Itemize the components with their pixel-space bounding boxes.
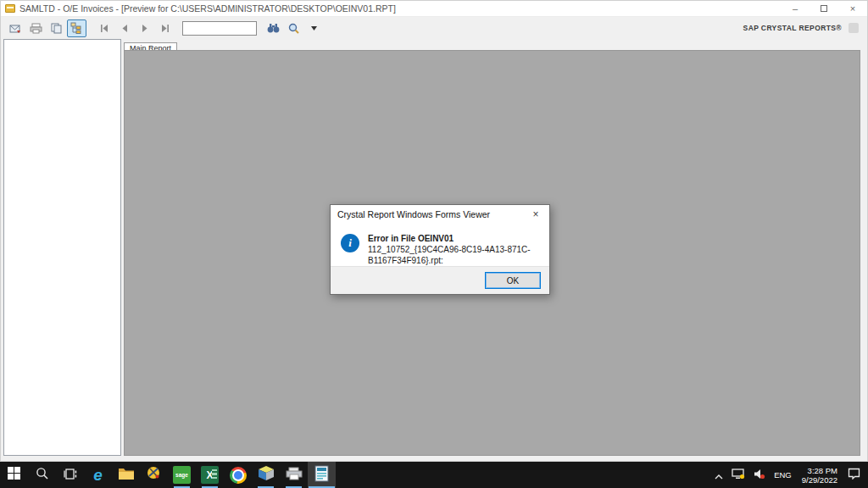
excel-button[interactable]: X [196, 462, 224, 488]
last-page-icon [161, 25, 170, 32]
crystal-viewer-button[interactable] [308, 462, 336, 488]
minimize-button[interactable]: – [781, 1, 810, 16]
excel-icon: X [201, 466, 219, 484]
sage-icon: sage [173, 466, 191, 484]
toggle-group-tree-button[interactable] [67, 19, 86, 37]
speaker-icon [754, 468, 765, 483]
group-tree-panel[interactable] [3, 39, 121, 456]
printer-app-button[interactable] [280, 462, 308, 488]
action-center-icon [848, 468, 860, 483]
crystal-viewer-icon [314, 465, 329, 485]
language-indicator[interactable]: ENG [770, 462, 796, 488]
page-number-field[interactable] [182, 21, 257, 36]
sap-crystal-reports-label: SAP CRYSTAL REPORTS® [743, 24, 842, 32]
sage-button[interactable]: sage [168, 462, 196, 488]
maximize-button[interactable] [810, 1, 838, 16]
clock[interactable]: 3:28 PM 9/29/2022 [796, 466, 843, 485]
sap-logo-icon [849, 23, 859, 33]
window-title: SAMLTD - O/E Invoices - [Preview for C:\… [19, 3, 396, 14]
snipping-tool-button[interactable] [140, 462, 168, 488]
taskbar-search-button[interactable] [28, 462, 56, 488]
file-explorer-button[interactable] [112, 462, 140, 488]
chrome-button[interactable] [224, 462, 252, 488]
windows-taskbar: e sage X [0, 462, 868, 488]
chevron-down-icon [311, 26, 317, 30]
error-dialog-title: Crystal Report Windows Forms Viewer [337, 209, 490, 219]
error-dialog-footer: OK [331, 266, 549, 294]
task-view-button[interactable] [56, 462, 84, 488]
maximize-icon [821, 5, 827, 12]
printer-icon [30, 23, 42, 34]
title-bar: SAMLTD - O/E Invoices - [Preview for C:\… [1, 1, 867, 17]
clock-time: 3:28 PM [802, 466, 837, 475]
last-page-button[interactable] [155, 19, 175, 37]
error-message-line2: 112_10752_{19C4CA96-8C19-4A13-871C-B1167… [368, 244, 541, 266]
info-icon: i [341, 234, 359, 252]
error-dialog-close-button[interactable]: × [529, 208, 542, 220]
ok-button[interactable]: OK [485, 272, 541, 289]
search-icon [36, 467, 48, 483]
first-page-icon [100, 25, 108, 32]
copy-button[interactable] [47, 19, 66, 37]
sage300-button[interactable] [252, 462, 280, 488]
previous-page-button[interactable] [114, 19, 134, 37]
next-page-button[interactable] [135, 19, 154, 37]
first-page-button[interactable] [94, 19, 114, 37]
network-status[interactable] [727, 462, 749, 488]
task-view-icon [64, 468, 77, 483]
chevron-up-icon [715, 468, 723, 483]
error-message-line1: Error in File OEINV01 [368, 233, 541, 244]
error-dialog-titlebar: Crystal Report Windows Forms Viewer × [331, 205, 549, 223]
next-page-icon [142, 25, 148, 32]
copy-pages-icon [50, 23, 63, 34]
volume-status[interactable] [749, 462, 770, 488]
magnifier-icon [288, 23, 299, 34]
export-report-button[interactable] [6, 19, 25, 37]
tab-strip: Main Report [124, 39, 860, 50]
snipping-tool-icon [146, 465, 162, 485]
action-center-button[interactable] [843, 462, 865, 488]
print-report-button[interactable] [26, 19, 46, 37]
network-icon [732, 468, 745, 483]
chrome-icon [230, 467, 247, 484]
internet-explorer-icon: e [93, 467, 103, 483]
window-controls: – × [781, 1, 867, 16]
close-button[interactable]: × [838, 1, 867, 16]
printer-app-icon [286, 467, 303, 484]
tray-expand-button[interactable] [710, 462, 727, 488]
find-text-button[interactable] [264, 19, 283, 37]
crystal-reports-window: SAMLTD - O/E Invoices - [Preview for C:\… [0, 0, 868, 462]
export-icon [9, 23, 22, 34]
viewer-toolbar: SAP CRYSTAL REPORTS® [1, 17, 867, 39]
clock-date: 9/29/2022 [802, 475, 837, 485]
folder-icon [118, 467, 135, 484]
system-tray: ENG 3:28 PM 9/29/2022 [710, 462, 868, 488]
binoculars-icon [267, 23, 280, 33]
internet-explorer-button[interactable]: e [84, 462, 112, 488]
group-tree-icon [70, 22, 83, 34]
error-dialog: Crystal Report Windows Forms Viewer × i … [330, 204, 550, 295]
windows-logo-icon [8, 467, 20, 483]
zoom-button[interactable] [284, 19, 303, 37]
sage300-box-icon [258, 465, 275, 485]
start-button[interactable] [0, 462, 28, 488]
app-icon [5, 4, 15, 13]
toolbar-branding-area: SAP CRYSTAL REPORTS® [743, 23, 862, 33]
previous-page-icon [121, 25, 128, 32]
zoom-dropdown-button[interactable] [304, 19, 324, 37]
